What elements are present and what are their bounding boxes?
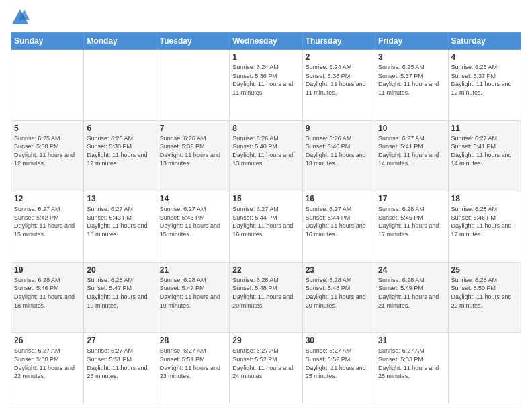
day-info: Sunrise: 6:28 AM Sunset: 5:46 PM Dayligh… [14, 276, 81, 310]
day-number: 22 [232, 265, 299, 275]
calendar-cell: 12Sunrise: 6:27 AM Sunset: 5:42 PM Dayli… [11, 191, 84, 263]
day-info: Sunrise: 6:26 AM Sunset: 5:38 PM Dayligh… [87, 134, 153, 168]
calendar-cell: 4Sunrise: 6:25 AM Sunset: 5:37 PM Daylig… [448, 50, 521, 121]
day-number: 6 [87, 124, 153, 133]
calendar-table: SundayMondayTuesdayWednesdayThursdayFrid… [11, 32, 521, 404]
day-number: 10 [378, 124, 445, 133]
day-number: 21 [160, 265, 226, 275]
day-number: 31 [378, 336, 445, 345]
calendar-cell: 21Sunrise: 6:28 AM Sunset: 5:47 PM Dayli… [157, 262, 229, 333]
calendar-week-row: 1Sunrise: 6:24 AM Sunset: 5:36 PM Daylig… [11, 50, 521, 121]
header [11, 8, 521, 27]
day-number: 18 [451, 194, 518, 203]
day-info: Sunrise: 6:26 AM Sunset: 5:40 PM Dayligh… [232, 134, 299, 168]
day-info: Sunrise: 6:25 AM Sunset: 5:37 PM Dayligh… [378, 63, 445, 97]
day-info: Sunrise: 6:28 AM Sunset: 5:49 PM Dayligh… [378, 276, 445, 310]
page: SundayMondayTuesdayWednesdayThursdayFrid… [0, 0, 532, 411]
day-info: Sunrise: 6:27 AM Sunset: 5:53 PM Dayligh… [378, 347, 445, 380]
day-number: 9 [306, 124, 372, 133]
day-info: Sunrise: 6:24 AM Sunset: 5:36 PM Dayligh… [306, 63, 372, 97]
calendar-cell: 27Sunrise: 6:27 AM Sunset: 5:51 PM Dayli… [84, 333, 157, 404]
day-number: 17 [378, 194, 445, 203]
calendar-cell: 5Sunrise: 6:25 AM Sunset: 5:38 PM Daylig… [11, 120, 84, 191]
weekday-row: SundayMondayTuesdayWednesdayThursdayFrid… [11, 33, 521, 50]
calendar-week-row: 12Sunrise: 6:27 AM Sunset: 5:42 PM Dayli… [11, 191, 521, 263]
day-info: Sunrise: 6:27 AM Sunset: 5:43 PM Dayligh… [160, 205, 226, 238]
day-number: 29 [232, 336, 299, 345]
calendar-cell: 25Sunrise: 6:28 AM Sunset: 5:50 PM Dayli… [448, 262, 521, 333]
day-info: Sunrise: 6:27 AM Sunset: 5:41 PM Dayligh… [378, 134, 445, 168]
day-number: 19 [14, 265, 81, 275]
day-info: Sunrise: 6:27 AM Sunset: 5:44 PM Dayligh… [232, 205, 299, 238]
day-info: Sunrise: 6:27 AM Sunset: 5:51 PM Dayligh… [87, 347, 153, 380]
day-number: 13 [87, 194, 153, 203]
calendar-cell: 7Sunrise: 6:26 AM Sunset: 5:39 PM Daylig… [157, 120, 229, 191]
day-info: Sunrise: 6:25 AM Sunset: 5:38 PM Dayligh… [14, 134, 81, 168]
day-info: Sunrise: 6:26 AM Sunset: 5:40 PM Dayligh… [306, 134, 372, 168]
day-info: Sunrise: 6:28 AM Sunset: 5:47 PM Dayligh… [87, 276, 153, 310]
day-info: Sunrise: 6:27 AM Sunset: 5:41 PM Dayligh… [451, 134, 518, 168]
day-number: 24 [378, 265, 445, 275]
day-info: Sunrise: 6:28 AM Sunset: 5:48 PM Dayligh… [232, 276, 299, 310]
calendar-cell: 15Sunrise: 6:27 AM Sunset: 5:44 PM Dayli… [230, 191, 302, 263]
day-number: 26 [14, 336, 81, 345]
calendar-cell [11, 50, 84, 121]
calendar-cell: 17Sunrise: 6:28 AM Sunset: 5:45 PM Dayli… [375, 191, 448, 263]
day-info: Sunrise: 6:27 AM Sunset: 5:52 PM Dayligh… [232, 347, 299, 380]
weekday-header: Saturday [448, 33, 521, 50]
day-number: 27 [87, 336, 153, 345]
day-info: Sunrise: 6:27 AM Sunset: 5:42 PM Dayligh… [14, 205, 81, 238]
day-number: 4 [451, 52, 518, 62]
day-number: 2 [306, 52, 372, 62]
calendar-body: 1Sunrise: 6:24 AM Sunset: 5:36 PM Daylig… [11, 50, 521, 404]
calendar-cell: 2Sunrise: 6:24 AM Sunset: 5:36 PM Daylig… [302, 50, 375, 121]
calendar-cell: 29Sunrise: 6:27 AM Sunset: 5:52 PM Dayli… [230, 333, 302, 404]
calendar-cell: 31Sunrise: 6:27 AM Sunset: 5:53 PM Dayli… [375, 333, 448, 404]
day-info: Sunrise: 6:28 AM Sunset: 5:48 PM Dayligh… [306, 276, 372, 310]
weekday-header: Sunday [11, 33, 84, 50]
calendar-cell: 9Sunrise: 6:26 AM Sunset: 5:40 PM Daylig… [302, 120, 375, 191]
day-number: 12 [14, 194, 81, 203]
weekday-header: Wednesday [230, 33, 302, 50]
logo-icon [11, 8, 30, 27]
day-number: 11 [451, 124, 518, 133]
day-number: 7 [160, 124, 226, 133]
day-info: Sunrise: 6:27 AM Sunset: 5:50 PM Dayligh… [14, 347, 81, 380]
calendar-cell: 13Sunrise: 6:27 AM Sunset: 5:43 PM Dayli… [84, 191, 157, 263]
day-info: Sunrise: 6:25 AM Sunset: 5:37 PM Dayligh… [451, 63, 518, 97]
day-info: Sunrise: 6:27 AM Sunset: 5:52 PM Dayligh… [306, 347, 372, 380]
calendar-cell: 3Sunrise: 6:25 AM Sunset: 5:37 PM Daylig… [375, 50, 448, 121]
day-info: Sunrise: 6:27 AM Sunset: 5:44 PM Dayligh… [306, 205, 372, 238]
calendar-cell [157, 50, 229, 121]
calendar-cell: 18Sunrise: 6:28 AM Sunset: 5:46 PM Dayli… [448, 191, 521, 263]
day-number: 25 [451, 265, 518, 275]
weekday-header: Tuesday [157, 33, 229, 50]
calendar-cell: 8Sunrise: 6:26 AM Sunset: 5:40 PM Daylig… [230, 120, 302, 191]
calendar-cell: 19Sunrise: 6:28 AM Sunset: 5:46 PM Dayli… [11, 262, 84, 333]
day-info: Sunrise: 6:28 AM Sunset: 5:47 PM Dayligh… [160, 276, 226, 310]
calendar-cell: 24Sunrise: 6:28 AM Sunset: 5:49 PM Dayli… [375, 262, 448, 333]
day-number: 15 [232, 194, 299, 203]
calendar-week-row: 5Sunrise: 6:25 AM Sunset: 5:38 PM Daylig… [11, 120, 521, 191]
calendar-header: SundayMondayTuesdayWednesdayThursdayFrid… [11, 33, 521, 50]
weekday-header: Monday [84, 33, 157, 50]
weekday-header: Thursday [302, 33, 375, 50]
logo [11, 8, 32, 27]
day-number: 3 [378, 52, 445, 62]
calendar-cell [84, 50, 157, 121]
day-number: 8 [232, 124, 299, 133]
day-info: Sunrise: 6:27 AM Sunset: 5:51 PM Dayligh… [160, 347, 226, 380]
calendar-cell: 11Sunrise: 6:27 AM Sunset: 5:41 PM Dayli… [448, 120, 521, 191]
day-number: 30 [306, 336, 372, 345]
calendar-cell: 22Sunrise: 6:28 AM Sunset: 5:48 PM Dayli… [230, 262, 302, 333]
day-info: Sunrise: 6:28 AM Sunset: 5:46 PM Dayligh… [451, 205, 518, 238]
day-number: 1 [232, 52, 299, 62]
day-number: 28 [160, 336, 226, 345]
calendar-cell: 1Sunrise: 6:24 AM Sunset: 5:36 PM Daylig… [230, 50, 302, 121]
calendar-cell: 23Sunrise: 6:28 AM Sunset: 5:48 PM Dayli… [302, 262, 375, 333]
calendar-cell: 28Sunrise: 6:27 AM Sunset: 5:51 PM Dayli… [157, 333, 229, 404]
day-number: 5 [14, 124, 81, 133]
day-number: 16 [306, 194, 372, 203]
calendar-cell: 16Sunrise: 6:27 AM Sunset: 5:44 PM Dayli… [302, 191, 375, 263]
calendar-cell: 26Sunrise: 6:27 AM Sunset: 5:50 PM Dayli… [11, 333, 84, 404]
